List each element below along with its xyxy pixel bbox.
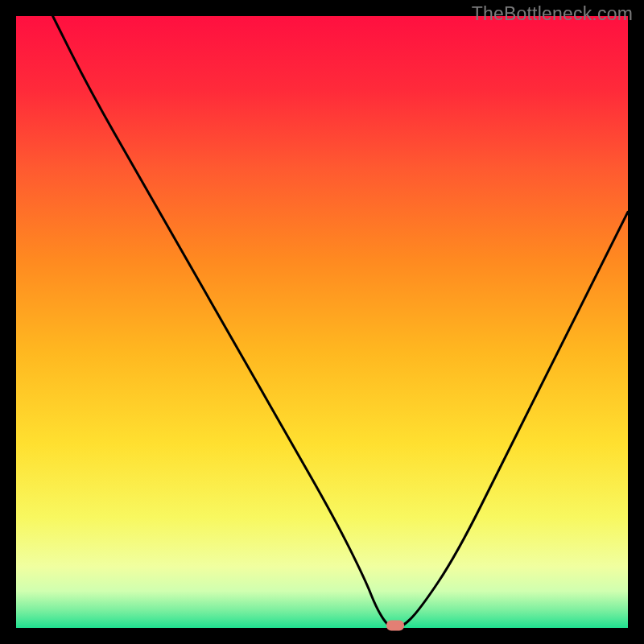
bottleneck-chart — [16, 16, 628, 628]
plot-area — [16, 16, 628, 628]
heat-background — [16, 16, 628, 628]
chart-frame: TheBottleneck.com — [0, 0, 644, 644]
optimal-point-marker — [386, 621, 404, 631]
watermark-label: TheBottleneck.com — [472, 3, 633, 25]
